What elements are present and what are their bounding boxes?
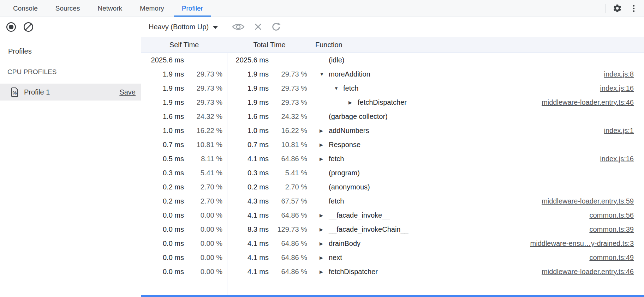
settings-gear-icon[interactable] [613, 4, 622, 13]
function-name: moreAddition [329, 70, 370, 78]
source-link[interactable]: index.js:16 [600, 81, 634, 95]
source-link[interactable]: common.ts:56 [589, 208, 634, 222]
save-profile-link[interactable]: Save [119, 88, 136, 96]
table-row[interactable]: 0.0 ms 0.00 % 4.1 ms 64.86 % ▶ next comm… [141, 250, 644, 265]
table-row[interactable]: 2025.6 ms 2025.6 ms (idle) [141, 53, 644, 67]
grid-header-row: Self Time Total Time Function [141, 37, 644, 53]
self-time-ms: 0.0 ms [141, 240, 184, 248]
table-row[interactable]: 0.7 ms 10.81 % 0.7 ms 10.81 % ▶ Response [141, 138, 644, 152]
source-link[interactable]: middleware-loader.entry.ts:59 [542, 194, 634, 208]
self-time-pct: 8.11 % [184, 155, 227, 163]
total-time-ms: 1.6 ms [227, 113, 269, 121]
self-time-pct: 10.81 % [184, 141, 227, 149]
total-time-pct: 64.86 % [269, 268, 312, 276]
column-header-function[interactable]: Function [312, 41, 644, 49]
total-time-pct: 2.70 % [269, 183, 312, 191]
table-row[interactable]: 0.3 ms 5.41 % 0.3 ms 5.41 % (program) [141, 166, 644, 180]
column-header-total-time[interactable]: Total Time [227, 41, 312, 49]
record-icon[interactable] [6, 22, 17, 32]
tab-memory[interactable]: Memory [131, 0, 173, 17]
function-name: (anonymous) [329, 183, 370, 191]
refresh-icon[interactable] [271, 22, 281, 32]
self-time-ms: 0.0 ms [141, 225, 184, 234]
total-time-ms: 8.3 ms [227, 225, 269, 234]
tree-arrow-icon[interactable]: ▶ [320, 227, 329, 232]
table-row[interactable]: 0.2 ms 2.70 % 0.2 ms 2.70 % (anonymous) [141, 180, 644, 194]
function-cell: (program) [312, 169, 644, 177]
tab-sources[interactable]: Sources [47, 0, 89, 17]
table-row[interactable]: 1.9 ms 29.73 % 1.9 ms 29.73 % ▼ fetch in… [141, 81, 644, 95]
total-time-cell: 2025.6 ms [227, 56, 312, 64]
column-header-self-time[interactable]: Self Time [141, 41, 227, 49]
table-row[interactable]: 0.0 ms 0.00 % 4.1 ms 64.86 % ▶ fetchDisp… [141, 265, 644, 279]
self-time-ms: 0.0 ms [141, 211, 184, 219]
self-time-ms: 0.0 ms [141, 254, 184, 262]
tree-arrow-icon[interactable]: ▶ [320, 213, 329, 218]
total-time-ms: 4.1 ms [227, 254, 269, 262]
view-controls: Heavy (Bottom Up) [141, 17, 644, 37]
function-name: __facade_invokeChain__ [329, 225, 409, 234]
source-link[interactable]: common.ts:39 [589, 222, 634, 236]
total-time-pct: 129.73 % [269, 225, 312, 234]
total-time-cell: 4.3 ms 67.57 % [227, 197, 312, 205]
table-row[interactable]: 0.5 ms 8.11 % 4.1 ms 64.86 % ▶ fetch ind… [141, 152, 644, 166]
self-time-ms: 2025.6 ms [141, 56, 184, 64]
source-link[interactable]: index.js:8 [604, 67, 634, 81]
total-time-ms: 1.9 ms [227, 84, 269, 92]
function-cell: ▶ addNumbers [312, 127, 644, 135]
self-time-ms: 1.9 ms [141, 70, 184, 78]
clear-icon[interactable] [23, 22, 34, 32]
total-time-cell: 1.9 ms 29.73 % [227, 84, 312, 92]
source-link[interactable]: middleware-loader.entry.ts:46 [542, 265, 634, 279]
table-row[interactable]: 1.9 ms 29.73 % 1.9 ms 29.73 % ▼ moreAddi… [141, 67, 644, 81]
source-link[interactable]: index.js:1 [604, 123, 634, 138]
self-time-cell: 0.5 ms 8.11 % [141, 155, 227, 163]
table-row[interactable]: 0.0 ms 0.00 % 8.3 ms 129.73 % ▶ __facade… [141, 222, 644, 236]
function-cell: (idle) [312, 56, 644, 64]
function-cell: (garbage collector) [312, 113, 644, 121]
view-mode-select[interactable]: Heavy (Bottom Up) [149, 23, 218, 31]
source-link[interactable]: middleware-loader.entry.ts:46 [542, 95, 634, 109]
table-row[interactable]: 0.0 ms 0.00 % 4.1 ms 64.86 % ▶ drainBody… [141, 236, 644, 250]
tree-arrow-icon[interactable]: ▶ [320, 156, 329, 162]
total-time-cell: 4.1 ms 64.86 % [227, 240, 312, 248]
tree-arrow-icon[interactable]: ▶ [320, 142, 329, 147]
source-link[interactable]: middleware-ensu…y-drained.ts:3 [530, 236, 634, 250]
profiler-content: Profiles CPU PROFILES % Profile 1 Save S… [0, 37, 644, 297]
tree-arrow-icon[interactable]: ▶ [320, 241, 329, 246]
tree-arrow-icon[interactable]: ▶ [348, 100, 358, 105]
sidebar-item-profile-1[interactable]: % Profile 1 Save [0, 84, 141, 101]
total-time-pct: 29.73 % [269, 98, 312, 107]
self-time-ms: 0.3 ms [141, 169, 184, 177]
tab-profiler[interactable]: Profiler [173, 0, 212, 17]
table-row[interactable]: 0.0 ms 0.00 % 4.1 ms 64.86 % ▶ __facade_… [141, 208, 644, 222]
tab-console[interactable]: Console [4, 0, 47, 17]
table-row[interactable]: 1.9 ms 29.73 % 1.9 ms 29.73 % ▶ fetchDis… [141, 95, 644, 109]
source-link[interactable]: common.ts:49 [589, 250, 634, 265]
total-time-pct: 10.81 % [269, 141, 312, 149]
tree-arrow-icon[interactable]: ▼ [334, 86, 343, 91]
tree-arrow-icon[interactable]: ▶ [320, 128, 329, 133]
total-time-ms: 4.1 ms [227, 155, 269, 163]
source-link[interactable]: index.js:16 [600, 152, 634, 166]
table-row[interactable]: 1.0 ms 16.22 % 1.0 ms 16.22 % ▶ addNumbe… [141, 123, 644, 138]
function-name: (program) [329, 169, 360, 177]
visibility-eye-icon[interactable] [232, 22, 245, 32]
total-time-cell: 8.3 ms 129.73 % [227, 225, 312, 234]
close-icon[interactable] [254, 22, 263, 31]
total-time-pct: 64.86 % [269, 240, 312, 248]
total-time-pct: 64.86 % [269, 211, 312, 219]
tab-network[interactable]: Network [89, 0, 131, 17]
table-row[interactable]: 1.6 ms 24.32 % 1.6 ms 24.32 % (garbage c… [141, 109, 644, 123]
function-name: (idle) [329, 56, 344, 64]
table-row[interactable]: 0.2 ms 2.70 % 4.3 ms 67.57 % fetch middl… [141, 194, 644, 208]
more-vertical-icon[interactable] [629, 4, 638, 13]
function-name: (garbage collector) [329, 113, 388, 121]
tree-arrow-icon[interactable]: ▶ [320, 255, 329, 260]
self-time-ms: 0.0 ms [141, 268, 184, 276]
function-name: fetchDispatcher [329, 268, 378, 276]
function-cell: (anonymous) [312, 183, 644, 191]
tree-arrow-icon[interactable]: ▶ [320, 269, 329, 274]
tree-arrow-icon[interactable]: ▼ [320, 72, 329, 77]
tabbar-divider [605, 4, 606, 13]
